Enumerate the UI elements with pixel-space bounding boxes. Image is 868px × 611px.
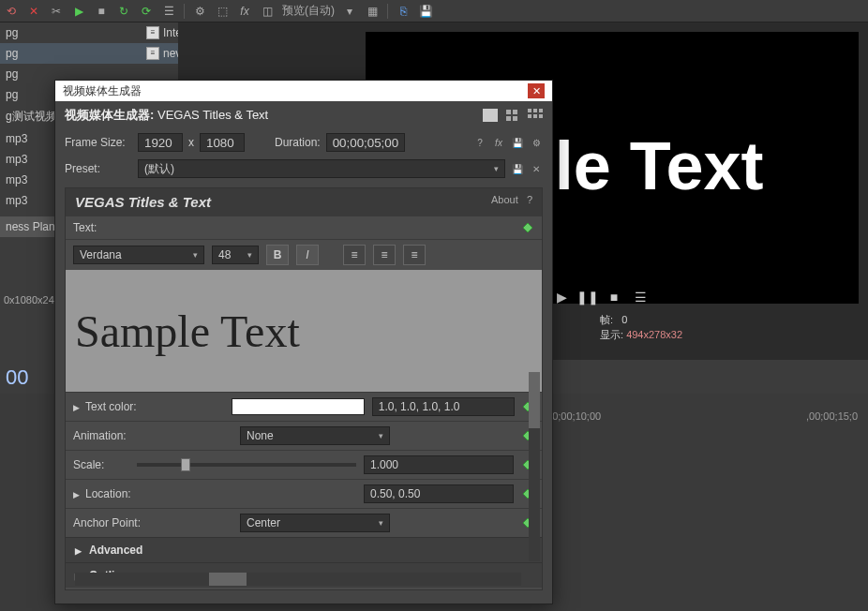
list-icon[interactable]: ☰: [161, 4, 176, 19]
copy-icon[interactable]: ⎘: [396, 4, 411, 19]
help-link[interactable]: ?: [527, 194, 532, 205]
play-icon[interactable]: ▶: [71, 4, 86, 19]
doc-icon: ≡: [146, 47, 159, 60]
frame-info: 帧: 0: [600, 313, 627, 327]
vscroll-thumb[interactable]: [529, 372, 540, 428]
text-label: Text:: [73, 221, 232, 234]
svg-rect-4: [528, 109, 531, 112]
frame-size-row: Frame Size: x Duration: ? fx 💾 ⚙: [55, 129, 552, 156]
hscrollbar[interactable]: [75, 573, 521, 586]
view-small-icon[interactable]: [528, 109, 543, 122]
chevron-down-icon[interactable]: ▾: [342, 4, 357, 19]
view-medium-icon[interactable]: [505, 109, 520, 122]
doc-icon: ≡: [146, 26, 159, 39]
font-size-dropdown[interactable]: 48: [212, 246, 259, 264]
menu-button[interactable]: ☰: [632, 289, 649, 306]
scale-value[interactable]: 1.000: [364, 455, 514, 474]
media-generator-dialog: 视频媒体生成器 ✕ 视频媒体生成器: VEGAS Titles & Text F…: [54, 80, 553, 604]
color-value[interactable]: 1.0, 1.0, 1.0, 1.0: [372, 397, 515, 416]
align-center-button[interactable]: ≡: [373, 245, 396, 265]
expand-icon[interactable]: [73, 487, 80, 500]
svg-rect-6: [539, 109, 543, 112]
animation-label: Animation:: [73, 429, 232, 442]
stop-button[interactable]: ■: [606, 289, 622, 306]
preset-label: Preset:: [65, 162, 132, 175]
help-icon[interactable]: ?: [473, 136, 486, 149]
preset-dropdown[interactable]: (默认): [138, 159, 505, 178]
view-list-icon[interactable]: [483, 109, 498, 122]
width-input[interactable]: [138, 133, 183, 152]
preview-dropdown[interactable]: 预览(自动): [282, 4, 335, 19]
svg-rect-7: [528, 114, 531, 118]
pause-button[interactable]: ❚❚: [579, 289, 596, 306]
color-swatch[interactable]: [232, 398, 365, 415]
animation-row: Animation: None: [66, 421, 542, 450]
save-preset-icon[interactable]: 💾: [511, 136, 524, 149]
play-button[interactable]: ▶: [553, 289, 570, 306]
scale-row: Scale: 1.000: [66, 450, 542, 479]
dim-readout: 0x1080x24: [4, 294, 54, 306]
dialog-title: 视频媒体生成器: [63, 83, 142, 99]
split-icon[interactable]: ◫: [260, 4, 275, 19]
align-right-button[interactable]: ≡: [403, 245, 426, 265]
undo-icon[interactable]: ⟲: [4, 4, 19, 19]
slider-thumb[interactable]: [181, 458, 190, 471]
sync-icon[interactable]: ⟳: [139, 4, 154, 19]
save-icon[interactable]: 💾: [511, 162, 524, 175]
play-controls: ▶ ❚❚ ■ ☰: [553, 289, 649, 306]
duration-label: Duration:: [275, 136, 321, 149]
text-editor[interactable]: Sample Text: [66, 270, 542, 392]
location-row: Location: 0.50, 0.50: [66, 479, 542, 508]
grid-icon[interactable]: ▦: [365, 4, 380, 19]
svg-rect-1: [513, 110, 517, 114]
location-value[interactable]: 0.50, 0.50: [364, 484, 514, 503]
align-left-button[interactable]: ≡: [343, 245, 366, 265]
anchor-row: Anchor Point: Center: [66, 508, 542, 537]
gear-icon[interactable]: ⚙: [530, 136, 543, 149]
gear-icon[interactable]: ⚙: [192, 4, 207, 19]
svg-rect-3: [513, 116, 517, 121]
save-icon[interactable]: 💾: [418, 4, 433, 19]
dialog-subtitle: 视频媒体生成器: VEGAS Titles & Text: [55, 101, 552, 129]
display-info: 显示: 494x278x32: [600, 328, 682, 342]
font-dropdown[interactable]: Verdana: [73, 246, 204, 264]
text-color-row: Text color: 1.0, 1.0, 1.0, 1.0: [66, 392, 542, 421]
expand-icon[interactable]: [73, 400, 80, 413]
fx-icon[interactable]: fx: [492, 136, 505, 149]
keyframe-icon[interactable]: [521, 221, 534, 234]
close-icon[interactable]: ✕: [26, 4, 41, 19]
duration-input[interactable]: [326, 133, 405, 152]
close-button[interactable]: ✕: [528, 83, 545, 98]
timeline-time: 00: [0, 360, 34, 395]
vscrollbar[interactable]: [529, 372, 540, 561]
svg-rect-5: [533, 109, 537, 112]
italic-button[interactable]: I: [296, 245, 319, 265]
preset-row: Preset: (默认) 💾 ✕: [55, 156, 552, 182]
bold-button[interactable]: B: [266, 245, 289, 265]
animation-dropdown[interactable]: None: [240, 426, 390, 445]
panel-header: VEGAS Titles & Text About ?: [66, 188, 542, 216]
svg-rect-9: [539, 114, 543, 118]
svg-rect-8: [533, 114, 537, 118]
about-link[interactable]: About: [491, 194, 518, 205]
properties-panel: VEGAS Titles & Text About ? Text: Verdan…: [65, 187, 543, 590]
cut-icon[interactable]: ✂: [49, 4, 64, 19]
fx2-icon[interactable]: fx: [237, 4, 252, 19]
delete-icon[interactable]: ✕: [530, 162, 543, 175]
anchor-dropdown[interactable]: Center: [240, 514, 390, 532]
svg-rect-2: [506, 116, 511, 121]
stop-icon[interactable]: ■: [94, 4, 109, 19]
font-row: Verdana 48 B I ≡ ≡ ≡: [66, 239, 542, 270]
advanced-section[interactable]: Advanced: [66, 537, 542, 562]
loop-icon[interactable]: ↻: [116, 4, 131, 19]
main-toolbar: ⟲ ✕ ✂ ▶ ■ ↻ ⟳ ☰ ⚙ ⬚ fx ◫ 预览(自动) ▾ ▦ ⎘ 💾: [0, 0, 868, 22]
fx-icon[interactable]: ⬚: [215, 4, 230, 19]
height-input[interactable]: [200, 133, 245, 152]
hscroll-thumb[interactable]: [209, 573, 247, 586]
scale-slider[interactable]: [137, 463, 356, 467]
text-label-row: Text:: [66, 216, 542, 239]
dialog-titlebar[interactable]: 视频媒体生成器 ✕: [55, 81, 552, 101]
anchor-label: Anchor Point:: [73, 516, 232, 529]
frame-size-label: Frame Size:: [65, 136, 132, 149]
tl-marker: ,00;00;15;0: [806, 410, 858, 422]
